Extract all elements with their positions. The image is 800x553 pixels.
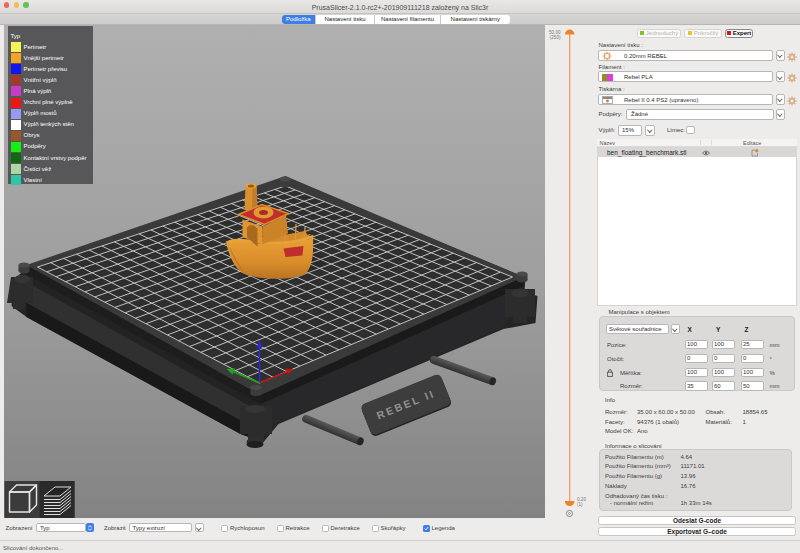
svg-text:(250): (250) [550, 35, 561, 40]
svg-text:(1): (1) [577, 502, 583, 507]
